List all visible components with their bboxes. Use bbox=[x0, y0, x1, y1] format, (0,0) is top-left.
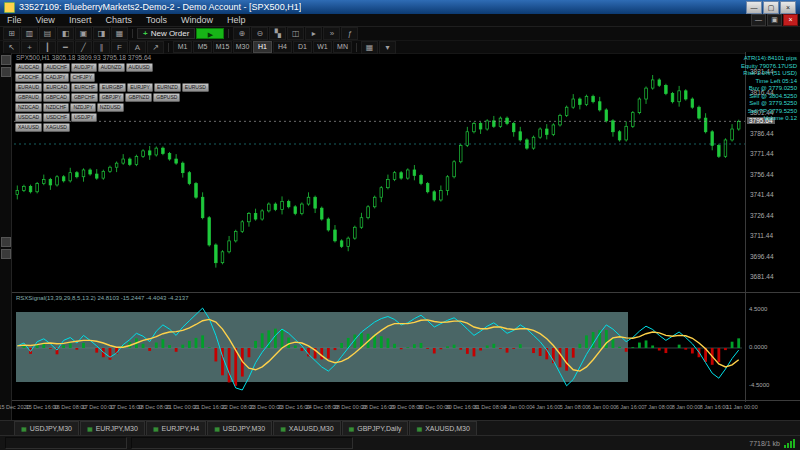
chart-tab-eurjpy-h4[interactable]: ▦EURJPY,H4 bbox=[146, 421, 206, 435]
zoom-out-icon[interactable]: ⊖ bbox=[251, 27, 268, 40]
symbol-button-gbpjpy[interactable]: GBPJPY bbox=[99, 93, 125, 102]
symbol-button-gbpaud[interactable]: GBPAUD bbox=[15, 93, 42, 102]
timeframe-mn[interactable]: MN bbox=[333, 41, 352, 53]
toolbar-icons-right: ⊕⊖▚◫▸»ƒ bbox=[233, 27, 358, 40]
cascade-windows-icon[interactable]: ◫ bbox=[287, 27, 304, 40]
symbol-button-chfjpy[interactable]: CHFJPY bbox=[70, 73, 95, 82]
period-dropdown-icon[interactable]: ▾ bbox=[379, 41, 396, 54]
time-axis[interactable]: 15 Dec 202015 Dec 16:0016 Dec 08:0017 De… bbox=[0, 404, 745, 418]
symbol-button-cadjpy[interactable]: CADJPY bbox=[43, 73, 69, 82]
text-label-icon[interactable]: A bbox=[129, 41, 146, 54]
symbol-button-gbpusd[interactable]: GBPUSD bbox=[153, 93, 180, 102]
symbol-button-usdcad[interactable]: USDCAD bbox=[15, 113, 42, 122]
symbol-button-audnzd[interactable]: AUDNZD bbox=[98, 63, 125, 72]
trendline-icon[interactable]: ╱ bbox=[75, 41, 92, 54]
menu-item-file[interactable]: File bbox=[0, 15, 29, 25]
symbol-button-nzdjpy[interactable]: NZDJPY bbox=[70, 103, 95, 112]
chart-minimize-button[interactable]: — bbox=[751, 14, 766, 26]
indicators-icon[interactable]: ƒ bbox=[341, 27, 358, 40]
symbol-button-nzdusd[interactable]: NZDUSD bbox=[97, 103, 124, 112]
symbol-button-xagusd[interactable]: XAGUSD bbox=[43, 123, 70, 132]
channel-icon[interactable]: ∥ bbox=[93, 41, 110, 54]
menu-item-help[interactable]: Help bbox=[220, 15, 253, 25]
templates-icon[interactable]: ▦ bbox=[361, 41, 378, 54]
chart-tab-usdjpy-m30[interactable]: ▦USDJPY,M30 bbox=[14, 421, 79, 435]
symbol-button-xauusd[interactable]: XAUUSD bbox=[15, 123, 42, 132]
minimize-button[interactable]: — bbox=[746, 1, 762, 14]
symbol-button-audchf[interactable]: AUDCHF bbox=[43, 63, 70, 72]
traffic-label: 7718/1 kb bbox=[749, 440, 780, 447]
maximize-button[interactable]: ▢ bbox=[763, 1, 779, 14]
fibonacci-icon[interactable]: F bbox=[111, 41, 128, 54]
close-button[interactable]: × bbox=[780, 1, 796, 14]
terminal-icon[interactable]: ◨ bbox=[93, 27, 110, 40]
status-segment bbox=[5, 437, 127, 449]
symbol-button-audusd[interactable]: AUDUSD bbox=[126, 63, 153, 72]
dock-handle-icon[interactable] bbox=[1, 249, 11, 259]
chart-close-button[interactable]: × bbox=[783, 14, 798, 26]
timeframe-m15[interactable]: M15 bbox=[213, 41, 232, 53]
profiles-icon[interactable]: ▥ bbox=[21, 27, 38, 40]
autotrading-button[interactable]: ▶ bbox=[196, 28, 224, 39]
chart-restore-button[interactable]: ▣ bbox=[767, 14, 782, 26]
symbol-button-eurusd[interactable]: EURUSD bbox=[182, 83, 209, 92]
chart-tab-usdjpy-m30[interactable]: ▦USDJPY,M30 bbox=[207, 421, 272, 435]
chart-shift-icon[interactable]: ▸ bbox=[305, 27, 322, 40]
symbol-button-gbpcad[interactable]: GBPCAD bbox=[43, 93, 70, 102]
vertical-line-icon[interactable]: ┃ bbox=[39, 41, 56, 54]
timeframe-d1[interactable]: D1 bbox=[293, 41, 312, 53]
symbol-button-gbpnzd[interactable]: GBPNZD bbox=[125, 93, 152, 102]
navigator-icon[interactable]: ▣ bbox=[75, 27, 92, 40]
crosshair-icon[interactable]: + bbox=[21, 41, 38, 54]
menu-item-tools[interactable]: Tools bbox=[139, 15, 174, 25]
timeframe-h4[interactable]: H4 bbox=[273, 41, 292, 53]
timeframe-m30[interactable]: M30 bbox=[233, 41, 252, 53]
symbol-button-nzdchf[interactable]: NZDCHF bbox=[43, 103, 70, 112]
pane-separator[interactable] bbox=[12, 292, 800, 293]
menu-item-view[interactable]: View bbox=[29, 15, 62, 25]
symbol-button-audjpy[interactable]: AUDJPY bbox=[71, 63, 97, 72]
symbol-button-eurchf[interactable]: EURCHF bbox=[71, 83, 98, 92]
symbol-button-nzdcad[interactable]: NZDCAD bbox=[15, 103, 42, 112]
symbol-button-usdchf[interactable]: USDCHF bbox=[43, 113, 70, 122]
symbol-button-usdjpy[interactable]: USDJPY bbox=[71, 113, 97, 122]
symbol-button-eurcad[interactable]: EURCAD bbox=[43, 83, 70, 92]
new-order-button[interactable]: + New Order bbox=[137, 28, 195, 39]
tile-windows-icon[interactable]: ▚ bbox=[269, 27, 286, 40]
info-line: Buy @ 3779.0250 bbox=[741, 85, 797, 93]
timeframe-w1[interactable]: W1 bbox=[313, 41, 332, 53]
symbol-button-eurjpy[interactable]: EURJPY bbox=[127, 83, 153, 92]
symbol-button-eurnzd[interactable]: EURNZD bbox=[154, 83, 181, 92]
symbol-button-audcad[interactable]: AUDCAD bbox=[15, 63, 42, 72]
strategy-tester-icon[interactable]: ▦ bbox=[111, 27, 128, 40]
arrow-object-icon[interactable]: ↗ bbox=[147, 41, 164, 54]
horizontal-line-icon[interactable]: ━ bbox=[57, 41, 74, 54]
market-watch-icon[interactable]: ▤ bbox=[39, 27, 56, 40]
menu-item-insert[interactable]: Insert bbox=[62, 15, 99, 25]
cursor-icon[interactable]: ↖ bbox=[3, 41, 20, 54]
dock-handle-icon[interactable] bbox=[1, 67, 11, 77]
data-window-icon[interactable]: ◧ bbox=[57, 27, 74, 40]
chart-tab-gbpjpy-daily[interactable]: ▦GBPJPY,Daily bbox=[342, 421, 409, 435]
symbol-button-cadchf[interactable]: CADCHF bbox=[15, 73, 42, 82]
menu-item-window[interactable]: Window bbox=[174, 15, 220, 25]
chart-tab-eurjpy-m30[interactable]: ▦EURJPY,M30 bbox=[80, 421, 145, 435]
auto-scroll-icon[interactable]: » bbox=[323, 27, 340, 40]
timeframe-m5[interactable]: M5 bbox=[193, 41, 212, 53]
chart-tab-xauusd-m30[interactable]: ▦XAUUSD,M30 bbox=[409, 421, 476, 435]
timeframe-h1[interactable]: H1 bbox=[253, 41, 272, 53]
dock-handle-icon[interactable] bbox=[1, 237, 11, 247]
zoom-in-icon[interactable]: ⊕ bbox=[233, 27, 250, 40]
new-chart-icon[interactable]: ⊞ bbox=[3, 27, 20, 40]
time-axis-label: 5 Jan 08:00 bbox=[560, 404, 589, 410]
pane-separator[interactable] bbox=[12, 400, 800, 401]
symbol-button-gbpchf[interactable]: GBPCHF bbox=[71, 93, 98, 102]
symbol-button-eurgbp[interactable]: EURGBP bbox=[99, 83, 126, 92]
timeframe-m1[interactable]: M1 bbox=[173, 41, 192, 53]
symbol-row: CADCHFCADJPYCHFJPY bbox=[15, 73, 210, 82]
price-axis-label: 3681.44 bbox=[750, 273, 774, 280]
symbol-button-euraud[interactable]: EURAUD bbox=[15, 83, 42, 92]
menu-item-charts[interactable]: Charts bbox=[98, 15, 139, 25]
chart-tab-xauusd-m30[interactable]: ▦XAUUSD,M30 bbox=[273, 421, 340, 435]
dock-handle-icon[interactable] bbox=[1, 55, 11, 65]
